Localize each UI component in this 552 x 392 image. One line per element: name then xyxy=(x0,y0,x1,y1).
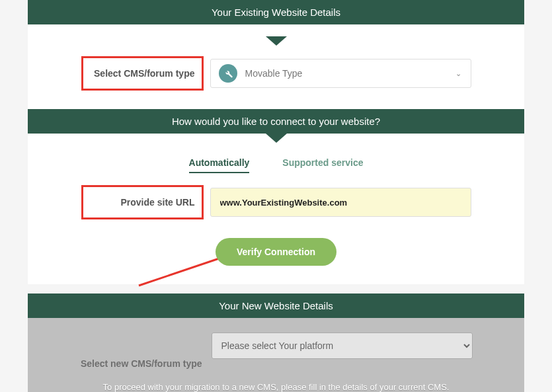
chevron-down-icon: ⌄ xyxy=(455,69,461,78)
wrench-icon xyxy=(219,64,237,83)
hint-text: To proceed with your migration to a new … xyxy=(28,382,524,392)
tab-supported-service[interactable]: Supported service xyxy=(282,157,363,173)
cms-type-label: Select CMS/forum type xyxy=(81,56,204,91)
connect-header: How would you like to connect to your we… xyxy=(28,109,524,134)
verify-connection-button[interactable]: Verify Connection xyxy=(216,238,336,266)
triangle-icon xyxy=(266,36,287,46)
new-cms-label: Select new CMS/forum type xyxy=(80,358,202,370)
new-website-header: Your New Website Details xyxy=(28,294,524,318)
existing-website-panel: Select CMS/forum type Movable Type ⌄ xyxy=(28,24,524,109)
triangle-icon xyxy=(266,134,287,143)
connect-panel: Automatically Supported service Provide … xyxy=(28,134,524,284)
new-website-panel: Select new CMS/forum type Please select … xyxy=(28,318,524,392)
existing-website-header: Your Existing Website Details xyxy=(28,0,524,24)
header-title: Your New Website Details xyxy=(219,300,333,311)
new-cms-dropdown[interactable]: Please select Your platform xyxy=(212,333,473,359)
tab-automatically[interactable]: Automatically xyxy=(189,157,250,173)
cms-type-value: Movable Type xyxy=(245,68,303,79)
site-url-input[interactable] xyxy=(210,188,471,217)
cms-type-dropdown[interactable]: Movable Type ⌄ xyxy=(210,59,471,88)
header-title: Your Existing Website Details xyxy=(212,7,340,18)
header-title: How would you like to connect to your we… xyxy=(172,116,380,127)
site-url-label: Provide site URL xyxy=(81,185,204,219)
